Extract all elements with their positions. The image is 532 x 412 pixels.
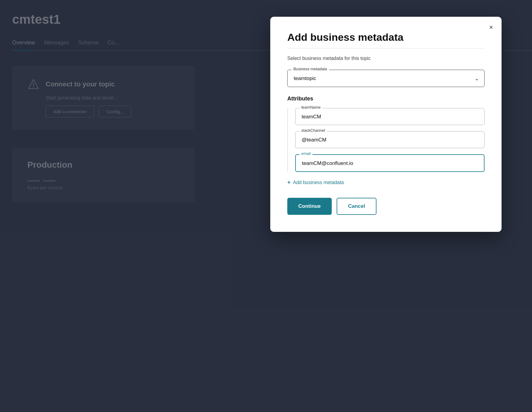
team-name-field: teamName (295, 108, 485, 125)
modal-footer: Continue Cancel (287, 198, 485, 215)
modal-title: Add business metadata (287, 31, 485, 43)
slack-channel-field: slackChannel (295, 131, 485, 148)
email-field: email (295, 154, 485, 172)
email-label: email (299, 151, 313, 156)
team-name-input[interactable] (295, 108, 485, 125)
add-business-metadata-modal: × Add business metadata Select business … (270, 17, 502, 232)
business-metadata-select[interactable]: teamtopic (287, 70, 485, 87)
continue-button[interactable]: Continue (287, 198, 332, 215)
slack-channel-label: slackChannel (299, 128, 327, 133)
modal-subtitle: Select business metadata for this topic (287, 56, 485, 61)
close-button[interactable]: × (489, 24, 493, 31)
plus-icon: + (287, 179, 291, 186)
add-metadata-link[interactable]: + Add business metadata (287, 179, 485, 186)
modal-divider (287, 48, 485, 48)
add-metadata-label: Add business metadata (293, 180, 344, 185)
slack-channel-input[interactable] (295, 131, 485, 148)
team-name-label: teamName (299, 105, 323, 110)
business-metadata-field: Business metadata teamtopic ⌄ (287, 70, 485, 87)
attributes-label: Attributes (287, 96, 485, 102)
email-input[interactable] (295, 154, 485, 172)
business-metadata-label: Business metadata (292, 67, 329, 71)
attributes-container: teamName slackChannel email (287, 108, 485, 172)
cancel-button[interactable]: Cancel (337, 198, 377, 215)
